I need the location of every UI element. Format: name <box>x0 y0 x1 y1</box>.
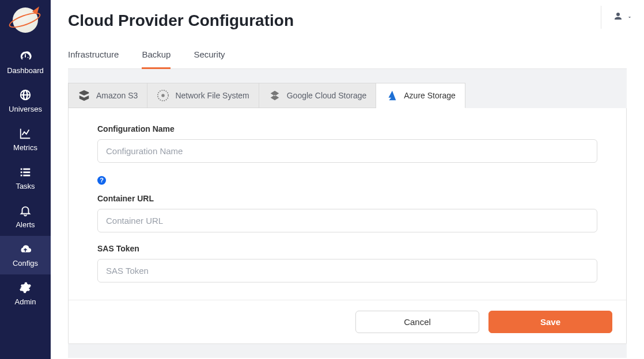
provider-tab-label: Amazon S3 <box>96 90 138 101</box>
svg-rect-4 <box>23 169 30 170</box>
gear-icon <box>18 281 33 294</box>
container-url-label: Container URL <box>97 194 597 203</box>
svg-rect-3 <box>21 169 22 170</box>
tab-backup[interactable]: Backup <box>142 43 171 68</box>
cancel-button[interactable]: Cancel <box>355 311 479 333</box>
sidebar-item-configs[interactable]: Configs <box>0 236 51 274</box>
container-url-group: Container URL <box>97 194 597 232</box>
sidebar-item-label: Admin <box>15 297 36 306</box>
amazon-s3-icon <box>78 89 90 102</box>
sidebar-item-label: Universes <box>9 105 42 113</box>
sidebar: Dashboard Universes Metrics Tasks Alerts… <box>0 0 51 359</box>
sidebar-item-label: Metrics <box>13 143 37 152</box>
provider-tab-label: Network File System <box>175 90 249 101</box>
sidebar-item-label: Tasks <box>16 182 35 190</box>
cloud-upload-icon <box>18 243 33 255</box>
svg-point-2 <box>25 54 26 55</box>
subtabs: Infrastructure Backup Security <box>68 43 627 69</box>
provider-tab-label: Azure Storage <box>404 90 456 101</box>
svg-point-0 <box>22 57 24 58</box>
svg-rect-5 <box>21 171 22 173</box>
svg-rect-7 <box>21 175 22 177</box>
provider-tab-gcs[interactable]: Google Cloud Storage <box>259 83 377 108</box>
google-cloud-icon <box>268 89 281 102</box>
sidebar-item-label: Configs <box>13 259 38 268</box>
provider-tab-label: Google Cloud Storage <box>287 90 367 101</box>
config-name-label: Configuration Name <box>97 124 597 133</box>
sidebar-item-admin[interactable]: Admin <box>0 274 51 313</box>
app-logo <box>11 6 40 35</box>
provider-tab-amazon-s3[interactable]: Amazon S3 <box>68 83 147 108</box>
provider-tab-nfs[interactable]: Network File System <box>147 83 259 108</box>
network-icon <box>157 89 169 102</box>
form-footer: Cancel Save <box>69 300 626 343</box>
config-name-group: Configuration Name <box>97 124 597 163</box>
config-name-input[interactable] <box>97 139 597 163</box>
sidebar-item-metrics[interactable]: Metrics <box>0 120 51 159</box>
help-row: ? <box>97 174 597 185</box>
chart-icon <box>18 127 33 140</box>
dashboard-icon <box>18 50 33 63</box>
page-title: Cloud Provider Configuration <box>68 12 627 30</box>
sidebar-item-dashboard[interactable]: Dashboard <box>0 43 51 82</box>
bell-icon <box>18 204 33 217</box>
globe-icon <box>18 89 33 101</box>
svg-point-10 <box>162 94 165 97</box>
svg-point-1 <box>28 57 29 58</box>
list-icon <box>18 166 33 178</box>
sidebar-item-label: Dashboard <box>7 66 44 75</box>
provider-tabs: Amazon S3 Network File System Google Clo… <box>68 83 627 108</box>
form-card: Configuration Name ? Container URL SAS T… <box>68 108 627 344</box>
sas-token-label: SAS Token <box>97 244 597 253</box>
sidebar-item-label: Alerts <box>16 220 35 229</box>
panel-area: Amazon S3 Network File System Google Clo… <box>68 69 627 358</box>
tab-infrastructure[interactable]: Infrastructure <box>68 43 119 68</box>
save-button[interactable]: Save <box>488 311 612 333</box>
svg-rect-8 <box>23 175 30 177</box>
tab-security[interactable]: Security <box>194 43 225 68</box>
provider-tab-azure[interactable]: Azure Storage <box>376 83 465 108</box>
main-area: Cloud Provider Configuration Infrastruct… <box>51 0 644 359</box>
sidebar-item-universes[interactable]: Universes <box>0 82 51 120</box>
sidebar-item-alerts[interactable]: Alerts <box>0 197 51 236</box>
content: Cloud Provider Configuration Infrastruct… <box>51 12 644 359</box>
azure-icon <box>385 89 398 102</box>
help-icon[interactable]: ? <box>97 176 106 185</box>
sas-token-group: SAS Token <box>97 244 597 282</box>
container-url-input[interactable] <box>97 209 597 232</box>
sidebar-item-tasks[interactable]: Tasks <box>0 159 51 197</box>
sas-token-input[interactable] <box>97 259 597 282</box>
svg-rect-6 <box>23 171 30 173</box>
